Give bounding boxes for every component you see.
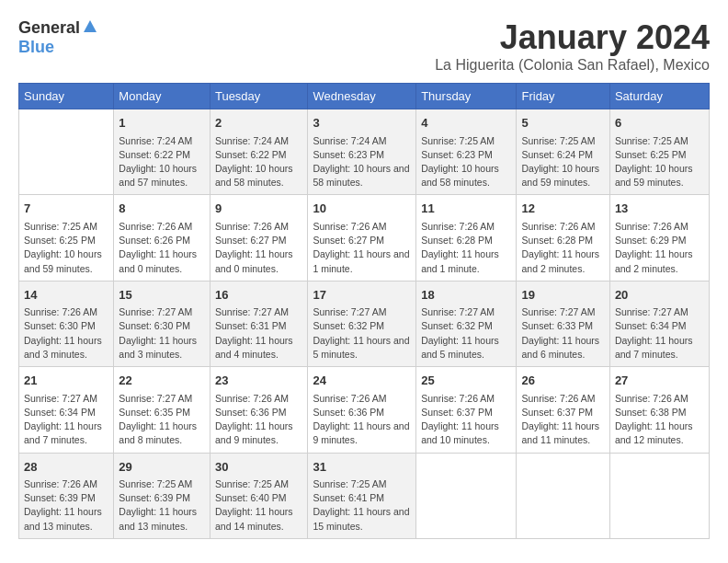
- calendar-cell: 18Sunrise: 7:27 AMSunset: 6:32 PMDayligh…: [416, 281, 517, 366]
- day-info: Sunrise: 7:26 AMSunset: 6:27 PMDaylight:…: [313, 220, 411, 276]
- day-number: 29: [119, 458, 205, 477]
- day-number: 2: [215, 114, 302, 132]
- calendar-cell: 27Sunrise: 7:26 AMSunset: 6:38 PMDayligh…: [609, 367, 709, 453]
- day-number: 22: [119, 372, 205, 390]
- calendar-cell: 26Sunrise: 7:26 AMSunset: 6:37 PMDayligh…: [517, 367, 609, 453]
- day-number: 19: [521, 286, 604, 304]
- day-info: Sunrise: 7:25 AMSunset: 6:41 PMDaylight:…: [313, 477, 411, 534]
- day-info: Sunrise: 7:24 AMSunset: 6:22 PMDaylight:…: [119, 134, 205, 190]
- calendar-week-row: 1Sunrise: 7:24 AMSunset: 6:22 PMDaylight…: [19, 109, 710, 195]
- calendar-week-row: 14Sunrise: 7:26 AMSunset: 6:30 PMDayligh…: [19, 281, 710, 366]
- day-number: 11: [421, 200, 511, 218]
- calendar-cell: 6Sunrise: 7:25 AMSunset: 6:25 PMDaylight…: [609, 109, 709, 195]
- month-title: January 2024: [435, 18, 710, 57]
- svg-marker-0: [84, 20, 97, 32]
- calendar-cell: 14Sunrise: 7:26 AMSunset: 6:30 PMDayligh…: [19, 281, 114, 366]
- calendar-cell: 25Sunrise: 7:26 AMSunset: 6:37 PMDayligh…: [416, 367, 517, 453]
- header-sunday: Sunday: [19, 84, 114, 109]
- header-saturday: Saturday: [609, 84, 709, 109]
- day-number: 9: [215, 200, 302, 218]
- calendar-week-row: 7Sunrise: 7:25 AMSunset: 6:25 PMDaylight…: [19, 195, 710, 281]
- day-info: Sunrise: 7:27 AMSunset: 6:31 PMDaylight:…: [215, 305, 302, 362]
- calendar-cell: 8Sunrise: 7:26 AMSunset: 6:26 PMDaylight…: [114, 195, 210, 281]
- logo-blue-text: Blue: [18, 38, 54, 56]
- day-number: 1: [119, 114, 205, 132]
- header-thursday: Thursday: [416, 84, 517, 109]
- day-number: 10: [313, 200, 411, 218]
- day-number: 12: [521, 200, 604, 218]
- header-wednesday: Wednesday: [308, 84, 416, 109]
- calendar-cell: 7Sunrise: 7:25 AMSunset: 6:25 PMDaylight…: [19, 195, 114, 281]
- day-info: Sunrise: 7:25 AMSunset: 6:40 PMDaylight:…: [215, 477, 302, 534]
- logo: General Blue: [18, 18, 97, 57]
- day-number: 27: [615, 372, 704, 390]
- day-info: Sunrise: 7:26 AMSunset: 6:28 PMDaylight:…: [421, 220, 511, 276]
- calendar-cell: 13Sunrise: 7:26 AMSunset: 6:29 PMDayligh…: [609, 195, 709, 281]
- calendar-cell: 10Sunrise: 7:26 AMSunset: 6:27 PMDayligh…: [308, 195, 416, 281]
- calendar-cell: [19, 109, 114, 195]
- day-info: Sunrise: 7:26 AMSunset: 6:36 PMDaylight:…: [313, 392, 411, 448]
- day-info: Sunrise: 7:27 AMSunset: 6:33 PMDaylight:…: [521, 305, 604, 362]
- day-info: Sunrise: 7:24 AMSunset: 6:23 PMDaylight:…: [313, 134, 411, 190]
- day-info: Sunrise: 7:24 AMSunset: 6:22 PMDaylight:…: [215, 134, 302, 190]
- day-info: Sunrise: 7:26 AMSunset: 6:37 PMDaylight:…: [421, 392, 511, 448]
- calendar-cell: 22Sunrise: 7:27 AMSunset: 6:35 PMDayligh…: [114, 367, 210, 453]
- calendar-week-row: 28Sunrise: 7:26 AMSunset: 6:39 PMDayligh…: [19, 453, 710, 538]
- calendar-cell: 30Sunrise: 7:25 AMSunset: 6:40 PMDayligh…: [210, 453, 307, 538]
- logo-general-text: General: [18, 18, 80, 38]
- header-friday: Friday: [517, 84, 609, 109]
- calendar-table: Sunday Monday Tuesday Wednesday Thursday…: [18, 83, 710, 539]
- day-number: 6: [615, 114, 704, 132]
- calendar-cell: [517, 453, 609, 538]
- day-number: 7: [24, 200, 108, 218]
- day-number: 24: [313, 372, 411, 390]
- day-info: Sunrise: 7:25 AMSunset: 6:25 PMDaylight:…: [615, 134, 704, 190]
- calendar-cell: 12Sunrise: 7:26 AMSunset: 6:28 PMDayligh…: [517, 195, 609, 281]
- calendar-cell: 11Sunrise: 7:26 AMSunset: 6:28 PMDayligh…: [416, 195, 517, 281]
- day-number: 28: [24, 458, 108, 477]
- day-info: Sunrise: 7:25 AMSunset: 6:24 PMDaylight:…: [521, 134, 604, 190]
- calendar-cell: 29Sunrise: 7:25 AMSunset: 6:39 PMDayligh…: [114, 453, 210, 538]
- calendar-cell: 17Sunrise: 7:27 AMSunset: 6:32 PMDayligh…: [308, 281, 416, 366]
- calendar-week-row: 21Sunrise: 7:27 AMSunset: 6:34 PMDayligh…: [19, 367, 710, 453]
- day-number: 31: [313, 458, 411, 477]
- day-info: Sunrise: 7:25 AMSunset: 6:39 PMDaylight:…: [119, 477, 205, 534]
- calendar-cell: 23Sunrise: 7:26 AMSunset: 6:36 PMDayligh…: [210, 367, 307, 453]
- day-info: Sunrise: 7:26 AMSunset: 6:38 PMDaylight:…: [615, 392, 704, 448]
- day-info: Sunrise: 7:27 AMSunset: 6:30 PMDaylight:…: [119, 305, 205, 362]
- page-header: General Blue January 2024 La Higuerita (…: [18, 18, 710, 74]
- calendar-cell: 19Sunrise: 7:27 AMSunset: 6:33 PMDayligh…: [517, 281, 609, 366]
- day-info: Sunrise: 7:26 AMSunset: 6:26 PMDaylight:…: [119, 220, 205, 276]
- day-number: 25: [421, 372, 511, 390]
- calendar-cell: 20Sunrise: 7:27 AMSunset: 6:34 PMDayligh…: [609, 281, 709, 366]
- calendar-cell: 2Sunrise: 7:24 AMSunset: 6:22 PMDaylight…: [210, 109, 307, 195]
- calendar-cell: 4Sunrise: 7:25 AMSunset: 6:23 PMDaylight…: [416, 109, 517, 195]
- day-number: 21: [24, 372, 108, 390]
- header-monday: Monday: [114, 84, 210, 109]
- day-number: 5: [521, 114, 604, 132]
- day-info: Sunrise: 7:26 AMSunset: 6:27 PMDaylight:…: [215, 220, 302, 276]
- day-info: Sunrise: 7:25 AMSunset: 6:25 PMDaylight:…: [24, 220, 108, 276]
- calendar-cell: 16Sunrise: 7:27 AMSunset: 6:31 PMDayligh…: [210, 281, 307, 366]
- calendar-cell: 15Sunrise: 7:27 AMSunset: 6:30 PMDayligh…: [114, 281, 210, 366]
- calendar-cell: 31Sunrise: 7:25 AMSunset: 6:41 PMDayligh…: [308, 453, 416, 538]
- day-number: 16: [215, 286, 302, 304]
- title-section: January 2024 La Higuerita (Colonia San R…: [435, 18, 710, 74]
- day-number: 3: [313, 114, 411, 132]
- calendar-header-row: Sunday Monday Tuesday Wednesday Thursday…: [19, 84, 710, 109]
- calendar-cell: 1Sunrise: 7:24 AMSunset: 6:22 PMDaylight…: [114, 109, 210, 195]
- calendar-cell: 5Sunrise: 7:25 AMSunset: 6:24 PMDaylight…: [517, 109, 609, 195]
- day-number: 4: [421, 114, 511, 132]
- calendar-cell: 28Sunrise: 7:26 AMSunset: 6:39 PMDayligh…: [19, 453, 114, 538]
- day-info: Sunrise: 7:26 AMSunset: 6:29 PMDaylight:…: [615, 220, 704, 276]
- day-info: Sunrise: 7:26 AMSunset: 6:30 PMDaylight:…: [24, 305, 108, 362]
- day-info: Sunrise: 7:27 AMSunset: 6:32 PMDaylight:…: [421, 305, 511, 362]
- day-number: 17: [313, 286, 411, 304]
- day-number: 26: [521, 372, 604, 390]
- day-info: Sunrise: 7:26 AMSunset: 6:37 PMDaylight:…: [521, 392, 604, 448]
- day-info: Sunrise: 7:27 AMSunset: 6:34 PMDaylight:…: [24, 392, 108, 448]
- day-info: Sunrise: 7:26 AMSunset: 6:39 PMDaylight:…: [24, 477, 108, 534]
- day-info: Sunrise: 7:27 AMSunset: 6:35 PMDaylight:…: [119, 392, 205, 448]
- day-info: Sunrise: 7:26 AMSunset: 6:28 PMDaylight:…: [521, 220, 604, 276]
- day-number: 30: [215, 458, 302, 477]
